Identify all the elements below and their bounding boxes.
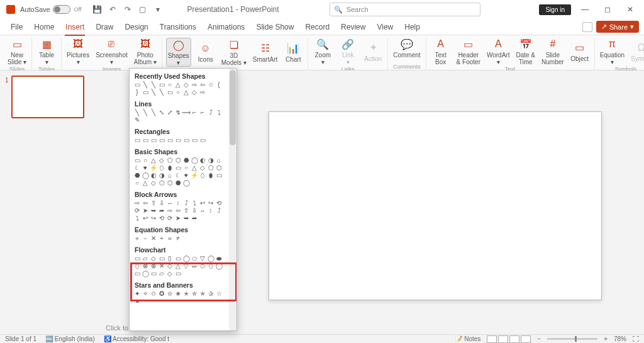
shape-item[interactable]: ◇ — [191, 89, 198, 96]
shape-item[interactable]: ▭ — [133, 81, 141, 88]
shape-item[interactable]: ▭ — [215, 172, 223, 179]
slidenumber-button[interactable]: #SlideNumber — [540, 38, 565, 65]
shape-item[interactable]: ⟲ — [158, 215, 165, 222]
comments-icon[interactable] — [582, 22, 592, 32]
shape-item[interactable]: ⌐ — [199, 109, 206, 116]
zoom-out-button[interactable]: − — [537, 335, 541, 342]
shape-item[interactable]: ⌂ — [215, 157, 223, 164]
shape-item[interactable]: ⬡ — [215, 164, 223, 171]
shape-item[interactable]: ▽ — [182, 262, 190, 269]
tab-view[interactable]: View — [371, 19, 399, 35]
shape-item[interactable]: ⬯ — [207, 262, 214, 269]
shape-item[interactable]: ≠ — [174, 235, 182, 242]
shape-item[interactable]: ⬯ — [158, 164, 165, 171]
object-button[interactable]: ▭Object — [569, 38, 591, 65]
shape-item[interactable]: ♥ — [142, 164, 149, 171]
toggle-switch[interactable] — [53, 5, 70, 14]
comment-button[interactable]: 💬Comment — [392, 38, 421, 59]
shape-item[interactable]: ⇦ — [142, 200, 149, 206]
shape-item[interactable]: ◯ — [215, 262, 223, 269]
shape-item[interactable]: － — [142, 235, 149, 242]
shape-item[interactable]: ▯ — [166, 255, 174, 262]
language-indicator[interactable]: 🔤 English (India) — [45, 335, 95, 342]
photo-album-button[interactable]: 🖼PhotoAlbum ▾ — [133, 38, 158, 65]
shape-item[interactable]: ⬠ — [158, 179, 165, 186]
equation-button[interactable]: πEquation▾ — [599, 38, 626, 65]
shape-item[interactable]: ○ — [166, 81, 174, 88]
tab-file[interactable]: File — [5, 19, 28, 35]
shape-item[interactable]: ▭ — [158, 255, 165, 262]
shape-item[interactable]: ✧ — [142, 290, 149, 297]
shape-item[interactable]: ◐ — [150, 172, 157, 179]
shape-item[interactable]: ⬯ — [199, 172, 206, 179]
shape-item[interactable]: ✮ — [191, 290, 198, 297]
shape-item[interactable]: ✭ — [182, 290, 190, 297]
shape-item[interactable]: ☾ — [133, 164, 141, 171]
shape-item[interactable]: ◇ — [166, 270, 174, 277]
shape-item[interactable]: ◯ — [207, 255, 214, 262]
shape-item[interactable]: ◑ — [158, 172, 165, 179]
shape-item[interactable]: ▭ — [133, 137, 141, 143]
shape-item[interactable]: ⬣ — [133, 172, 141, 179]
shape-item[interactable]: ⬠ — [207, 164, 214, 171]
shape-item[interactable]: ⤵ — [133, 215, 141, 222]
shape-item[interactable]: ◑ — [207, 157, 214, 164]
save-icon[interactable]: 💾 — [93, 5, 102, 14]
shape-item[interactable]: ╲ — [142, 81, 149, 88]
shape-item[interactable]: ╲ — [150, 81, 157, 88]
tab-help[interactable]: Help — [399, 19, 426, 35]
shape-item[interactable]: ✎ — [133, 116, 141, 123]
reading-view-button[interactable] — [509, 335, 519, 343]
slideshow-view-button[interactable] — [521, 335, 531, 343]
shape-item[interactable]: ↔ — [166, 200, 174, 206]
shape-item[interactable]: ⤴ — [207, 109, 214, 116]
shape-item[interactable]: ⊕ — [150, 262, 157, 269]
notes-button[interactable]: 📝 Notes — [455, 335, 480, 342]
scrollbar[interactable] — [229, 69, 236, 330]
restore-button[interactable]: ◻ — [599, 3, 616, 16]
shape-item[interactable]: ▭ — [133, 270, 141, 277]
zoom-slider[interactable] — [547, 338, 597, 340]
shape-item[interactable]: ▽ — [199, 255, 206, 262]
shape-item[interactable]: ⬮ — [166, 164, 174, 171]
shape-item[interactable]: △ — [174, 262, 182, 269]
shape-item[interactable]: ⇩ — [191, 207, 198, 214]
shape-item[interactable]: ▭ — [158, 81, 165, 88]
shape-item[interactable]: ◯ — [191, 157, 198, 164]
shape-item[interactable]: ⇨ — [166, 207, 174, 214]
tab-insert[interactable]: Insert — [60, 19, 90, 35]
shape-item[interactable]: ○ — [142, 157, 149, 164]
shape-item[interactable]: ◇ — [182, 81, 190, 88]
shape-item[interactable]: ⌐ — [191, 109, 198, 116]
sorter-view-button[interactable] — [498, 335, 508, 343]
shape-item[interactable]: } — [133, 89, 141, 96]
shape-item[interactable]: ◯ — [142, 172, 149, 179]
shape-item[interactable]: ⤵ — [215, 109, 223, 116]
shape-item[interactable]: ╲ — [142, 109, 149, 116]
shape-item[interactable]: ⤴ — [182, 200, 190, 206]
shape-item[interactable]: ⚡ — [150, 164, 157, 171]
datetime-button[interactable]: 📅Date &Time — [514, 38, 536, 65]
shape-item[interactable]: △ — [182, 89, 190, 96]
zoom-button[interactable]: 🔍Zoom▾ — [312, 38, 333, 65]
shape-item[interactable]: ♥ — [182, 172, 190, 179]
tab-record[interactable]: Record — [299, 19, 335, 35]
shape-item[interactable]: ✩ — [150, 290, 157, 297]
shape-item[interactable]: ☾ — [174, 172, 182, 179]
shape-item[interactable]: ▭ — [174, 164, 182, 171]
textbox-button[interactable]: ATextBox — [430, 38, 452, 65]
shape-item[interactable]: ▭ — [174, 137, 182, 143]
shape-item[interactable]: ○ — [182, 164, 190, 171]
shape-item[interactable]: ↔ — [199, 207, 206, 214]
shape-item[interactable]: ↪ — [207, 200, 214, 206]
shape-item[interactable]: ⤢ — [166, 109, 174, 116]
shape-item[interactable]: △ — [174, 81, 182, 88]
shape-item[interactable]: ▭ — [150, 137, 157, 143]
shape-item[interactable]: ◇ — [166, 262, 174, 269]
shape-item[interactable]: ⇩ — [158, 200, 165, 206]
shape-item[interactable]: ➤ — [142, 207, 149, 214]
tab-transitions[interactable]: Transitions — [154, 19, 202, 35]
shape-item[interactable]: ◯ — [182, 255, 190, 262]
accessibility-indicator[interactable]: ♿ Accessibility: Good t — [104, 335, 169, 342]
share-button[interactable]: ↗ Share ▾ — [596, 21, 639, 33]
